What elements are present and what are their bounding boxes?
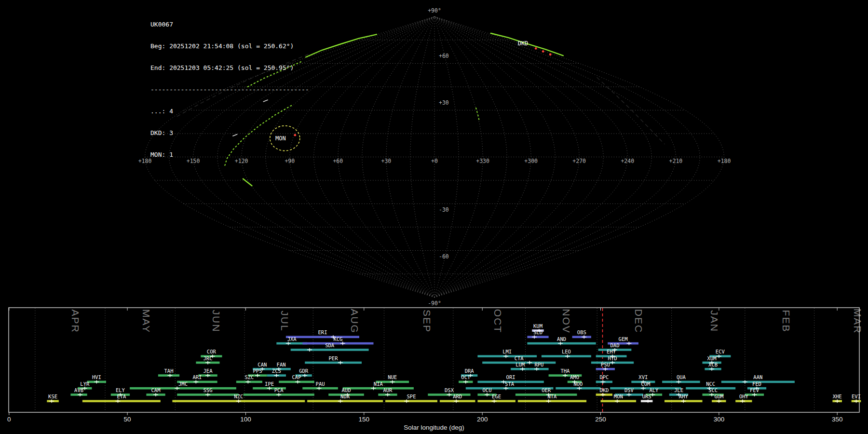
shower-label: PAU (316, 381, 325, 387)
shower-label: GUM (714, 393, 723, 399)
x-tick-label: 150 (359, 416, 370, 423)
shower-label: KCG (333, 336, 342, 342)
shower-eri: ERI (286, 329, 359, 339)
shower-label: JEA (203, 368, 213, 374)
session-begin: Beg: 20251202 21:54:08 (sol = 250.62°) (150, 42, 309, 50)
radiant-label-dkd: DKD (518, 40, 529, 47)
lat-label: -30 (439, 206, 449, 213)
shower-label: OER (542, 387, 551, 393)
shower-label: RPU (534, 362, 543, 367)
shower-label: CTA (515, 355, 524, 361)
shower-label: NOO (573, 381, 583, 387)
month-label: JUL (279, 311, 290, 331)
shower-label: LMI (502, 349, 512, 354)
shower-label: URS (642, 393, 651, 399)
shower-label: ARI (192, 374, 202, 380)
shower-label: ERI (318, 329, 327, 335)
shower-label: FAN (277, 362, 286, 367)
shower-jmc: JMC (130, 381, 236, 390)
shower-bar (302, 342, 373, 345)
x-tick-label: 300 (714, 416, 725, 423)
shower-gum: GUM (712, 393, 726, 403)
shower-label: AHY (679, 393, 689, 399)
shower-label: JMC (178, 381, 188, 387)
shower-label: TAH (164, 368, 174, 374)
shower-label: SLD (533, 329, 542, 335)
shower-label: EVI (852, 393, 861, 399)
meteor-marker (542, 50, 544, 53)
shower-label: ARD (453, 393, 462, 399)
shower-label: AUD (342, 387, 351, 393)
shower-bar (527, 336, 548, 339)
shower-label: XCB (708, 362, 718, 367)
shower-label: ZCS (272, 368, 281, 374)
shower-label: PSU (601, 362, 610, 367)
shower-bar (130, 387, 236, 390)
shower-label: NUE (388, 374, 397, 380)
shower-label: ORI (506, 374, 515, 380)
shower-label: GDR (299, 368, 309, 374)
shower-label: FEV (750, 387, 760, 393)
count-dkd: DKD: 3 (150, 129, 309, 136)
trail-c-dotted-short (476, 108, 479, 122)
shower-label: CAN (258, 362, 267, 367)
lon-label: +60 (333, 158, 343, 164)
lon-label: +0 (431, 158, 438, 164)
shower-label: LYR (80, 381, 90, 387)
shower-label: GEM (619, 336, 628, 342)
shower-bar (343, 387, 414, 390)
month-label: DEC (633, 309, 644, 333)
shower-label: NDA (340, 393, 350, 399)
pole-label-south: -90° (428, 300, 441, 307)
shower-leo: LEO (542, 349, 591, 358)
shower-label: IPE (265, 381, 274, 387)
shower-label: OBS (577, 329, 586, 335)
month-label: JAN (709, 310, 720, 332)
shower-lmi: LMI (477, 349, 537, 358)
shower-label: XHE (833, 393, 842, 399)
shower-tah: TAH (158, 368, 179, 377)
station-id: UK0067 (150, 21, 309, 28)
shower-label: AAN (753, 374, 762, 380)
shower-bar (286, 336, 359, 339)
lon-label: +330 (476, 158, 489, 164)
meteor-marker (549, 54, 552, 56)
shower-label: SZC (244, 374, 254, 380)
trail-nw-solid (306, 34, 377, 57)
plot-canvas: +90°-90°+180+150+120+90+60+30+0+330+300+… (0, 0, 868, 434)
lat-label: +30 (439, 99, 449, 106)
month-label: NOV (561, 309, 572, 334)
shower-evi: EVI (852, 393, 861, 403)
shower-label: COM (641, 381, 650, 387)
pole-label-north: +90° (428, 7, 441, 14)
shower-dpc: DPC (596, 374, 612, 383)
shower-per: PER (305, 355, 362, 365)
shower-label: OCT (461, 374, 471, 380)
shower-label: PCA (274, 387, 284, 393)
month-label: FEB (781, 310, 792, 333)
month-label: JUN (211, 310, 222, 333)
month-label: SEP (421, 310, 433, 333)
shower-label: COR (207, 349, 217, 354)
shower-qua: QUA (662, 374, 700, 383)
x-tick-label: 350 (832, 416, 843, 423)
month-label: MAR (852, 309, 863, 334)
shower-label: SSG (203, 387, 213, 393)
shower-urs: URS (641, 393, 653, 403)
shower-label: AVB (74, 387, 83, 393)
shower-label: ECV (716, 349, 725, 354)
shower-kse: KSE (47, 393, 59, 403)
shower-label: AND (557, 336, 566, 342)
shower-bar (305, 362, 362, 364)
shower-label: DPC (599, 374, 609, 380)
shower-label: PPS (253, 368, 262, 374)
shower-label: KSE (48, 393, 57, 399)
x-tick-label: 250 (595, 416, 606, 423)
shower-label: HVI (92, 374, 101, 380)
lon-label: +210 (669, 158, 683, 164)
x-axis-title: Solar longitude (deg) (404, 424, 464, 431)
shower-bar (82, 400, 161, 403)
shower-label: JRC (203, 355, 213, 361)
session-end: End: 20251203 05:42:25 (sol = 250.95°) (150, 64, 309, 71)
shower-label: AMO (570, 374, 579, 380)
